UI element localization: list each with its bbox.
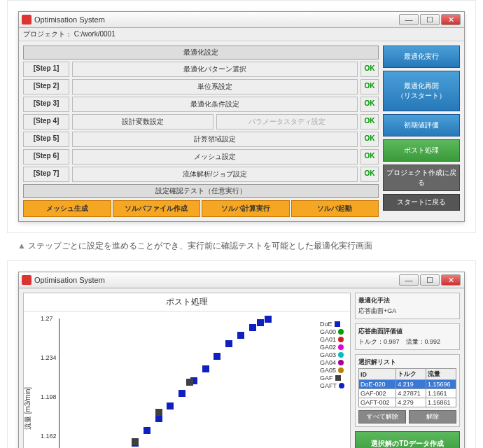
action-button[interactable]: 選択解のTDデータ作成 (355, 431, 460, 448)
chart-area[interactable]: 流量 [m3/min] トルク[mNm] DoEGA00GA01GA02GA03… (24, 312, 350, 448)
titlebar: Optimisation System — ☐ ✕ (19, 12, 464, 28)
step-label: [Step 5] (23, 132, 69, 147)
step-button[interactable]: 計算領域設定 (72, 132, 358, 147)
minimize-button[interactable]: — (399, 14, 419, 25)
side-button[interactable]: 最適化実行 (383, 46, 460, 68)
data-point[interactable] (175, 399, 179, 403)
data-point[interactable] (225, 340, 232, 347)
test-button[interactable]: ソルバ起動 (291, 200, 379, 217)
data-point[interactable] (155, 409, 162, 416)
chart-panel: ポスト処理 流量 [m3/min] トルク[mNm] DoEGA00GA01GA… (23, 293, 351, 448)
side-button[interactable]: 初期値評価 (383, 114, 460, 136)
step-status: OK (360, 114, 379, 130)
y-axis-label: 流量 [m3/min] (23, 387, 33, 430)
clear-all-button[interactable]: すべて解除 (358, 410, 406, 424)
test-button[interactable]: メッシュ生成 (23, 200, 111, 217)
step-label: [Step 6] (23, 149, 69, 164)
step-label: [Step 2] (23, 79, 69, 94)
data-point[interactable] (184, 386, 188, 391)
data-point[interactable] (265, 316, 272, 323)
data-point[interactable] (151, 424, 155, 428)
close-button[interactable]: ✕ (441, 274, 461, 286)
eval-info: 応答曲面評価値 トルク：0.987 流量：0.992 (355, 323, 460, 350)
clear-button[interactable]: 解除 (409, 410, 456, 424)
legend: DoEGA00GA01GA02GA03GA04GA05GAFGAFT (320, 320, 344, 390)
step-status: OK (360, 167, 379, 182)
step-button[interactable]: 単位系設定 (72, 79, 358, 94)
chart-title: ポスト処理 (24, 293, 350, 312)
step-label: [Step 1] (23, 62, 69, 77)
side-button[interactable]: 最適化再開（リスタート） (383, 71, 460, 111)
window-post: Optimisation System — ☐ ✕ ポスト処理 流量 [m3/m… (18, 272, 465, 448)
data-point[interactable] (202, 365, 209, 372)
test-header: 設定確認テスト（任意実行） (23, 184, 379, 198)
step-status: OK (360, 149, 379, 164)
caption-1: ステップごとに設定を進めることができ、実行前に確認テストを可能とした最適化実行画… (18, 240, 483, 252)
test-button[interactable]: ソルバ計算実行 (202, 200, 290, 217)
app-icon (22, 275, 31, 285)
steps-header: 最適化設定 (23, 46, 379, 59)
maximize-button[interactable]: ☐ (420, 14, 440, 25)
data-point[interactable] (249, 324, 256, 331)
side-button[interactable]: スタートに戻る (383, 194, 460, 211)
data-point[interactable] (147, 434, 151, 438)
side-button[interactable]: プロジェクト作成に戻る (383, 164, 460, 191)
data-point[interactable] (178, 390, 186, 397)
window-optimisation: Optimisation System — ☐ ✕ プロジェクト： C:/wor… (18, 11, 465, 222)
step-button[interactable]: 設計変数設定 (72, 114, 214, 130)
data-point[interactable] (194, 377, 198, 381)
titlebar: Optimisation System — ☐ ✕ (19, 272, 464, 288)
maximize-button[interactable]: ☐ (420, 274, 440, 286)
window-title: Optimisation System (34, 15, 105, 24)
step-button-disabled: パラメータスタディ設定 (216, 114, 358, 130)
table-row[interactable]: GAF-0024.278711.1661 (359, 389, 456, 398)
step-button[interactable]: メッシュ設定 (72, 149, 358, 164)
method-info: 最適化手法 応答曲面+GA (355, 293, 460, 319)
app-icon (22, 15, 31, 24)
data-point[interactable] (237, 332, 244, 339)
selection-list: 選択解リスト IDトルク流量DoE-0204.2191.15696GAF-002… (355, 354, 460, 427)
selection-table[interactable]: IDトルク流量DoE-0204.2191.15696GAF-0024.27871… (358, 368, 456, 407)
step-label: [Step 7] (23, 167, 69, 182)
table-row[interactable]: DoE-0204.2191.15696 (359, 380, 456, 389)
data-point[interactable] (163, 405, 167, 410)
steps-panel: 最適化設定 [Step 1]最適化パターン選択OK[Step 2]単位系設定OK… (23, 46, 379, 217)
project-path: プロジェクト： C:/work/0001 (19, 28, 464, 41)
step-status: OK (360, 132, 379, 147)
step-button[interactable]: 最適化条件設定 (72, 97, 358, 112)
data-point[interactable] (257, 319, 264, 326)
data-point[interactable] (141, 436, 146, 440)
close-button[interactable]: ✕ (441, 14, 461, 25)
test-button[interactable]: ソルバファイル作成 (113, 200, 201, 217)
data-point[interactable] (214, 353, 220, 360)
minimize-button[interactable]: — (399, 274, 419, 286)
step-status: OK (360, 79, 379, 94)
step-label: [Step 3] (23, 97, 69, 112)
data-point[interactable] (171, 402, 175, 406)
data-point[interactable] (186, 379, 193, 386)
table-row[interactable]: GAFT-0024.2791.16861 (359, 398, 456, 407)
data-point[interactable] (198, 372, 202, 376)
window-title: Optimisation System (34, 276, 105, 284)
step-status: OK (360, 97, 379, 112)
step-status: OK (360, 62, 379, 77)
step-label: [Step 4] (23, 114, 69, 130)
step-button[interactable]: 流体解析/ジョブ設定 (72, 167, 358, 182)
step-button[interactable]: 最適化パターン選択 (72, 62, 358, 77)
side-button[interactable]: ポスト処理 (383, 139, 460, 162)
data-point[interactable] (132, 439, 136, 443)
